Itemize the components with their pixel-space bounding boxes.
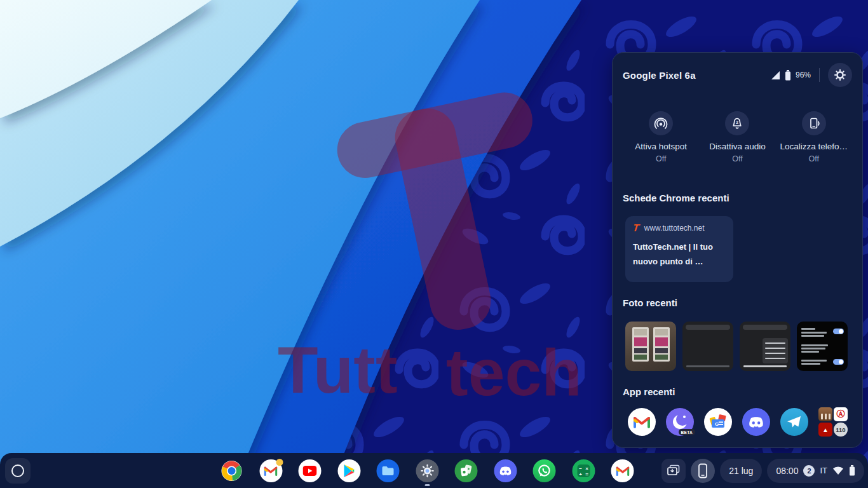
photo-content xyxy=(653,327,670,362)
shelf-app-files[interactable] xyxy=(377,459,400,482)
app-gmail[interactable] xyxy=(628,408,656,436)
calculator-icon: − × + = xyxy=(576,464,590,478)
discord-icon xyxy=(494,459,517,482)
locate-phone-icon xyxy=(806,116,822,131)
photo-content xyxy=(632,327,649,362)
photo-thumbnail[interactable] xyxy=(797,322,848,371)
recent-tabs-heading: Schede Chrome recenti xyxy=(623,193,852,203)
app-samsung-internet-beta[interactable]: BETA xyxy=(666,408,694,436)
photo-thumbnail[interactable] xyxy=(740,322,790,371)
svg-text:+: + xyxy=(579,471,582,477)
hotspot-icon xyxy=(653,116,668,131)
gmail-icon xyxy=(616,466,629,476)
google-play-icon xyxy=(343,464,355,477)
recent-photos xyxy=(625,322,852,371)
quick-actions: Attiva hotspot Off z Disattiva audio Off xyxy=(623,111,852,163)
discord-icon xyxy=(742,408,770,436)
chromeos-desktop: Tutt tech Google Pixel 6a 96% xyxy=(0,0,868,488)
launcher-icon xyxy=(11,464,24,477)
shelf-app-whatsapp[interactable] xyxy=(533,459,556,482)
phone-hub-panel: Google Pixel 6a 96% xyxy=(612,52,863,448)
phone-hub-settings-button[interactable] xyxy=(828,63,852,87)
wifi-icon xyxy=(832,466,844,475)
status-area: 21 lug 08:00 2 IT xyxy=(661,459,864,483)
quick-action-state: Off xyxy=(809,154,819,163)
dnd-bell-icon: z xyxy=(729,116,745,131)
quick-action-label: Localizza telefo… xyxy=(780,142,848,151)
date-pill[interactable]: 21 lug xyxy=(720,459,762,483)
tuttotech-favicon: T xyxy=(632,223,640,233)
recent-apps: BETA G xyxy=(628,407,852,437)
whatsapp-icon xyxy=(537,463,552,478)
shelf-app-google-play[interactable] xyxy=(337,459,360,482)
building-app-icon xyxy=(818,407,832,421)
keyboard-layout-indicator: IT xyxy=(820,466,827,475)
app-google-news[interactable]: G xyxy=(704,408,732,436)
divider xyxy=(819,68,820,82)
battery-icon xyxy=(785,70,791,81)
photo-thumbnail[interactable] xyxy=(682,322,733,371)
quick-action-state: Off xyxy=(732,154,742,163)
launcher-button[interactable] xyxy=(5,458,31,484)
svg-text:−: − xyxy=(579,465,582,471)
cards-icon xyxy=(459,463,474,478)
quick-action-locate[interactable]: Localizza telefo… Off xyxy=(776,111,852,163)
watermark-text-left: Tutt xyxy=(278,333,398,407)
quick-action-silence[interactable]: z Disattiva audio Off xyxy=(699,111,775,163)
shelf-app-youtube[interactable] xyxy=(299,459,322,482)
youtube-icon xyxy=(303,466,317,476)
shelf-app-discord[interactable] xyxy=(494,459,517,482)
chrome-tab-title-line1: TuttoTech.net | Il tuo xyxy=(633,240,726,255)
chrome-icon xyxy=(220,459,243,482)
acrobat-app-icon: ▲ xyxy=(818,423,832,437)
screen-mirror-icon xyxy=(667,464,681,477)
quick-action-label: Disattiva audio xyxy=(709,142,766,151)
gear-icon xyxy=(420,464,434,478)
svg-text:×: × xyxy=(585,465,588,471)
screen-capture-tray-button[interactable] xyxy=(661,459,686,483)
folder-icon xyxy=(382,466,395,476)
chrome-tab-title-line2: nuovo punto di … xyxy=(633,255,726,269)
svg-text:=: = xyxy=(585,471,588,477)
chrome-tab-url: www.tuttotech.net xyxy=(644,224,705,233)
gmail-icon xyxy=(264,466,278,476)
shelf-app-calculator[interactable]: − × + = xyxy=(572,459,595,482)
anarchy-app-icon: Ⓐ xyxy=(834,407,848,421)
shelf: − × + = xyxy=(0,453,868,488)
beta-badge: BETA xyxy=(679,429,695,435)
device-name: Google Pixel 6a xyxy=(623,70,696,81)
recent-apps-heading: App recenti xyxy=(623,386,852,397)
notification-count-badge: 2 xyxy=(803,465,815,477)
battery-icon xyxy=(849,465,855,476)
chrome-tab-card[interactable]: T www.tuttotech.net TuttoTech.net | Il t… xyxy=(625,216,733,282)
phone-icon xyxy=(698,463,708,478)
photo-thumbnail[interactable] xyxy=(625,322,676,371)
telegram-icon xyxy=(780,408,808,436)
running-indicator xyxy=(424,484,430,486)
shelf-app-gmail-2[interactable] xyxy=(611,459,634,482)
quick-action-state: Off xyxy=(656,154,666,163)
phone-hub-header: Google Pixel 6a 96% xyxy=(623,63,852,87)
shelf-app-gmail[interactable] xyxy=(259,459,282,482)
google-news-icon: G xyxy=(709,412,728,431)
date-label: 21 lug xyxy=(729,466,753,476)
svg-text:G: G xyxy=(715,421,719,427)
pinned-apps: − × + = xyxy=(220,459,634,482)
quick-action-hotspot[interactable]: Attiva hotspot Off xyxy=(623,111,699,163)
signal-icon xyxy=(771,71,780,80)
status-tray[interactable]: 08:00 2 IT xyxy=(767,459,864,483)
notification-dot xyxy=(276,459,283,466)
shelf-app-settings[interactable] xyxy=(416,459,438,482)
recent-photos-heading: Foto recenti xyxy=(623,297,852,308)
phone-hub-tray-button[interactable] xyxy=(691,459,715,483)
battery-percent: 96% xyxy=(796,71,811,79)
clock: 08:00 xyxy=(776,466,798,476)
shelf-app-chrome[interactable] xyxy=(220,459,243,482)
context-menu-thumbnail xyxy=(763,338,788,363)
app-count-badge: 110 xyxy=(834,423,848,437)
shelf-app-green-cards[interactable] xyxy=(455,459,478,482)
app-telegram[interactable] xyxy=(780,408,808,436)
app-discord[interactable] xyxy=(742,408,770,436)
app-cluster-more-apps[interactable]: Ⓐ ▲ 110 xyxy=(818,407,848,437)
gmail-icon xyxy=(634,416,650,428)
